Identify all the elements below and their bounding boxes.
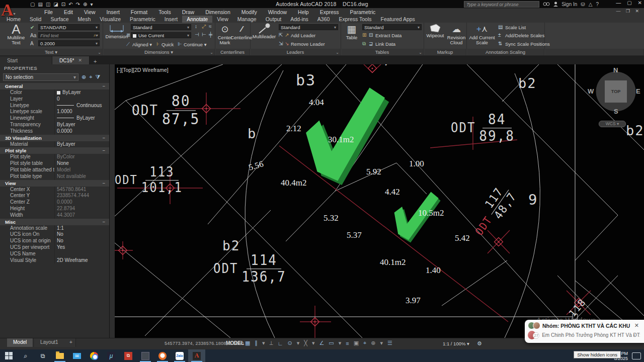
- dim-break-icon[interactable]: ↕: [195, 24, 197, 29]
- selection-cycling-icon[interactable]: ⌖: [363, 340, 366, 346]
- menu-modify[interactable]: Modify: [242, 9, 257, 15]
- find-button[interactable]: ⌕: [94, 32, 97, 38]
- annotation-visibility-icon[interactable]: ☰: [387, 340, 392, 346]
- viewcube-south[interactable]: S: [614, 108, 618, 115]
- ribbon-tab-featured-apps[interactable]: Featured Apps: [376, 16, 420, 23]
- orange-browser-button[interactable]: [154, 349, 171, 362]
- snap-dropdown-icon[interactable]: ▾: [262, 340, 265, 346]
- prop-value[interactable]: [54, 251, 109, 257]
- microstation-button[interactable]: μ: [103, 349, 120, 362]
- prop-value[interactable]: 22.8794: [54, 206, 109, 212]
- application-menu-button[interactable]: A ▾: [1, 1, 27, 22]
- ribbon-tab-output[interactable]: Output: [261, 16, 286, 23]
- dynamic-input-icon[interactable]: ▾: [380, 340, 383, 346]
- file-explorer-button[interactable]: [51, 349, 68, 362]
- task-view-button[interactable]: ⧉: [34, 349, 51, 362]
- revision-cloud-button[interactable]: ☁ Revision Cloud: [446, 23, 466, 45]
- prop-value[interactable]: No: [54, 238, 109, 244]
- zalo-button[interactable]: Zalo: [171, 349, 188, 362]
- notification-title[interactable]: Nhóm: PHÒNG KTHT VÀ CÁC KHU ...: [542, 323, 631, 329]
- text-panel-title[interactable]: Text ▾⌄: [0, 49, 103, 55]
- tables-panel-title[interactable]: Tables⌄: [341, 49, 424, 55]
- dim-update-icon[interactable]: ⊢: [202, 32, 206, 37]
- centerlines-panel-title[interactable]: Centerlines: [215, 49, 250, 55]
- model-space-indicator[interactable]: MODEL: [226, 340, 244, 346]
- select-objects-icon[interactable]: ⌖: [89, 74, 92, 80]
- sign-in-button[interactable]: Sign In: [561, 2, 577, 7]
- multileader-button[interactable]: Multileader: [252, 23, 277, 39]
- doc-window-buttons[interactable]: — ❐ ✕: [616, 9, 641, 14]
- prop-value[interactable]: ByLayer: [54, 89, 109, 96]
- collapse-icon[interactable]: −: [102, 180, 105, 187]
- ribbon-tab-a360[interactable]: A360: [313, 16, 335, 23]
- ribbon-tab-visualize[interactable]: Visualize: [95, 16, 125, 23]
- prop-value[interactable]: 1:1: [54, 225, 109, 232]
- menu-express[interactable]: Express: [320, 9, 339, 15]
- table-style-dropdown[interactable]: Standard: [362, 24, 422, 30]
- prop-value[interactable]: ByLayer: [54, 122, 109, 128]
- markup-panel-title[interactable]: Markup: [424, 49, 466, 55]
- binoculars-icon[interactable]: [543, 2, 550, 7]
- prop-value[interactable]: ByColor: [54, 154, 109, 160]
- ribbon-tab-insert[interactable]: Insert: [160, 16, 182, 23]
- red-app-button[interactable]: ⧉: [120, 349, 137, 362]
- ribbon-tab-view[interactable]: View: [212, 16, 233, 23]
- polar-dropdown-icon[interactable]: ▾: [297, 340, 300, 346]
- isodraft-dropdown-icon[interactable]: ▾: [312, 340, 315, 346]
- notification-message[interactable]: Em Chinh Phó Trưởng Phòng KT HT Và ĐT:..…: [542, 332, 640, 338]
- menu-edit[interactable]: Edit: [64, 9, 73, 15]
- text-dialog-launcher-icon[interactable]: ⌄: [98, 49, 101, 56]
- menu-draw[interactable]: Draw: [182, 9, 195, 15]
- wipeout-button[interactable]: Wipeout: [425, 23, 445, 38]
- new-layout-button[interactable]: +: [63, 338, 76, 347]
- dim-oblique-icon[interactable]: ╪: [209, 32, 212, 37]
- prop-value[interactable]: None: [54, 160, 109, 167]
- viewcube-top-face[interactable]: TOP: [605, 80, 627, 103]
- cart-icon[interactable]: ⛁: [581, 2, 585, 7]
- zalo-notification[interactable]: Nhóm: PHÒNG KTHT VÀ CÁC KHU ... ✕ 27 Em …: [525, 320, 644, 343]
- ribbon-tab-annotate[interactable]: Annotate: [182, 16, 212, 23]
- annotation-scaling-panel-title[interactable]: Annotation Scaling: [467, 49, 544, 55]
- remove-leader-button[interactable]: Remove Leader: [291, 41, 325, 47]
- ribbon-tab-solid[interactable]: Solid: [25, 16, 46, 23]
- new-tab-button[interactable]: +: [94, 58, 97, 64]
- prop-value[interactable]: 1.0000: [54, 109, 109, 115]
- menu-format[interactable]: Format: [131, 9, 147, 15]
- add-leader-button[interactable]: Add Leader: [291, 33, 315, 38]
- prop-value[interactable]: 44.3007: [54, 212, 109, 219]
- isodraft-icon[interactable]: ╳: [304, 340, 307, 346]
- prop-value[interactable]: 0.0000: [54, 199, 109, 206]
- prop-value[interactable]: Model: [54, 167, 109, 173]
- prop-value[interactable]: ByLayer: [54, 115, 109, 122]
- multiline-text-button[interactable]: A Multiline Text: [3, 23, 29, 45]
- viewcube-west[interactable]: W: [588, 87, 594, 95]
- section-view[interactable]: View−: [0, 180, 109, 187]
- a360-icon[interactable]: △: [589, 2, 593, 7]
- aligned-button[interactable]: Aligned ▾: [132, 42, 152, 47]
- osnap-icon[interactable]: ▭: [329, 340, 334, 346]
- mleader-style-dropdown[interactable]: Standard: [279, 24, 338, 30]
- dim-inspect-icon[interactable]: ⊣: [195, 32, 199, 37]
- menu-insert[interactable]: Insert: [107, 9, 120, 15]
- layout1-tab[interactable]: Layout1: [34, 338, 65, 347]
- prop-value[interactable]: Continuous: [54, 103, 109, 109]
- center-mark-button[interactable]: ⊙ Center Mark: [216, 23, 233, 45]
- continue-button[interactable]: Continue ▾: [184, 42, 206, 47]
- infocenter-search-input[interactable]: Type a keyword or phrase: [464, 1, 539, 8]
- ribbon-tab-express-tools[interactable]: Express Tools: [334, 16, 376, 23]
- ribbon-tab-mesh[interactable]: Mesh: [73, 16, 96, 23]
- leaders-dialog-launcher-icon[interactable]: ⌄: [336, 49, 339, 56]
- notification-close-icon[interactable]: ✕: [633, 322, 640, 329]
- prop-value[interactable]: 0: [54, 96, 109, 103]
- help-icon[interactable]: ?: [596, 2, 599, 7]
- taskbar-search-button[interactable]: ⌕: [17, 349, 34, 362]
- menu-view[interactable]: View: [84, 9, 96, 15]
- selection-dropdown[interactable]: No selection: [3, 73, 78, 81]
- dim-adjust-space-icon[interactable]: ⤢: [202, 24, 206, 30]
- menu-file[interactable]: File: [44, 9, 53, 15]
- prop-value[interactable]: 0.0000: [54, 128, 109, 135]
- leaders-panel-title[interactable]: Leaders⌄: [251, 49, 341, 55]
- infer-constraints-icon[interactable]: ⟂: [269, 340, 273, 346]
- polar-tracking-icon[interactable]: ⊙: [288, 340, 292, 346]
- chrome-button[interactable]: [86, 349, 103, 362]
